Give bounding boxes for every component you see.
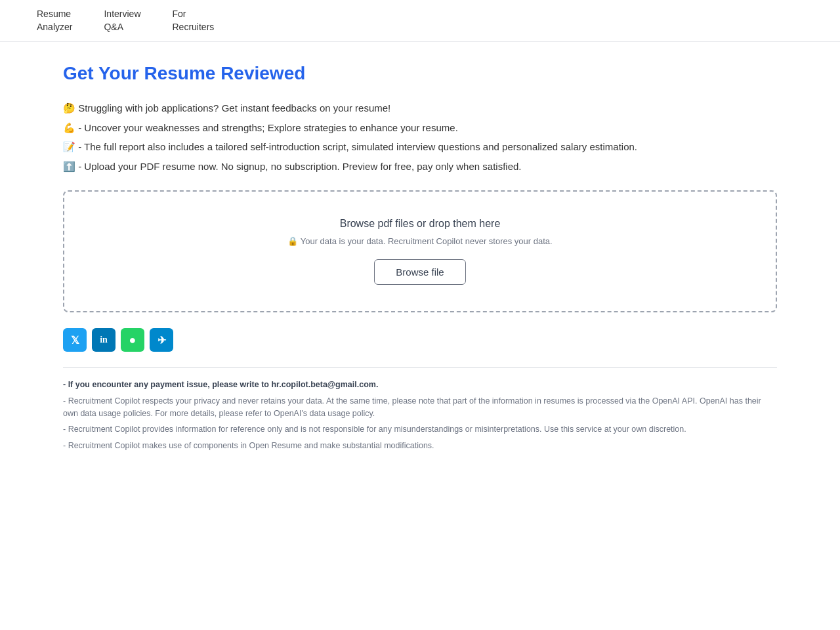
telegram-icon: ✈ [158, 334, 166, 346]
disclaimer-privacy: - Recruitment Copilot respects your priv… [63, 395, 777, 420]
telegram-share-button[interactable]: ✈ [150, 328, 173, 352]
main-content: Get Your Resume Reviewed 🤔 Struggling wi… [26, 42, 814, 477]
upload-title: Browse pdf files or drop them here [80, 218, 760, 230]
nav-interview-qa[interactable]: Interview Q&A [104, 8, 140, 33]
bullet-4: ⬆️ - Upload your PDF resume now. No sign… [63, 158, 777, 175]
linkedin-icon: in [100, 335, 108, 345]
bullet-1: 🤔 Struggling with job applications? Get … [63, 100, 777, 117]
nav-for-recruiters[interactable]: For Recruiters [173, 8, 215, 33]
page-title: Get Your Resume Reviewed [63, 63, 777, 84]
bullet-3: 📝 - The full report also includes a tail… [63, 138, 777, 156]
nav-resume-analyzer[interactable]: Resume Analyzer [37, 8, 72, 33]
section-divider [63, 368, 777, 368]
disclaimer-reference: - Recruitment Copilot provides informati… [63, 423, 777, 436]
linkedin-share-button[interactable]: in [92, 328, 116, 352]
bullet-2: 💪 - Uncover your weaknesses and strength… [63, 119, 777, 136]
description-section: 🤔 Struggling with job applications? Get … [63, 100, 777, 175]
disclaimer-opensource: - Recruitment Copilot makes use of compo… [63, 440, 777, 452]
twitter-share-button[interactable]: 𝕏 [63, 328, 87, 352]
upload-dropzone[interactable]: Browse pdf files or drop them here 🔒 You… [63, 190, 777, 312]
browse-file-button[interactable]: Browse file [374, 259, 465, 285]
social-share-bar: 𝕏 in ● ✈ [63, 328, 777, 352]
whatsapp-share-button[interactable]: ● [121, 328, 144, 352]
disclaimer-payment: - If you encounter any payment issue, pl… [63, 379, 777, 391]
upload-privacy-text: 🔒 Your data is your data. Recruitment Co… [80, 236, 760, 246]
whatsapp-icon: ● [129, 333, 136, 347]
main-nav: Resume Analyzer Interview Q&A For Recrui… [0, 0, 840, 42]
disclaimers-section: - If you encounter any payment issue, pl… [63, 379, 777, 452]
twitter-icon: 𝕏 [71, 334, 79, 346]
